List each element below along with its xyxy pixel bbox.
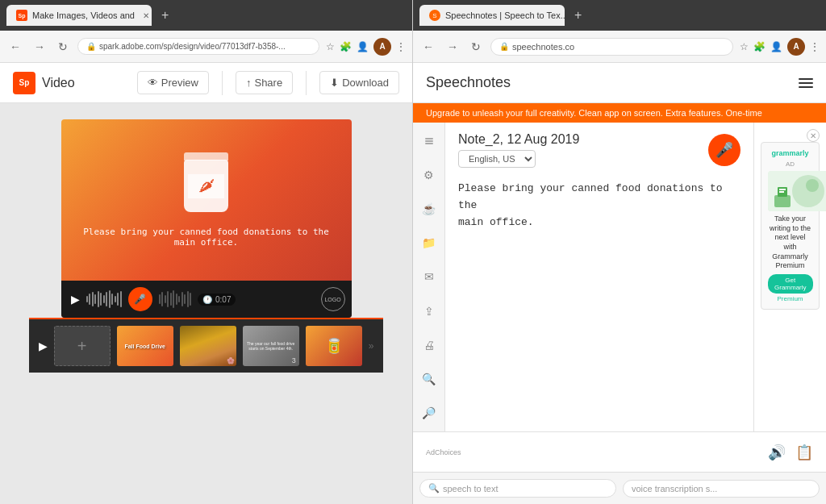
filmstrip-slide-1[interactable]: Fall Food Drive bbox=[117, 326, 173, 366]
share-icon[interactable]: ⇪ bbox=[417, 301, 441, 322]
right-back-button[interactable]: ← bbox=[419, 39, 437, 55]
wave-bar bbox=[181, 292, 183, 306]
microphone-button[interactable]: 🎤 bbox=[708, 134, 740, 166]
hamburger-line1 bbox=[799, 78, 813, 80]
grammarly-logo: grammarly bbox=[768, 149, 812, 157]
filmstrip-add-slide[interactable]: + bbox=[54, 326, 111, 366]
svg-point-4 bbox=[792, 175, 824, 207]
zoom-out-icon[interactable]: 🔎 bbox=[417, 402, 441, 423]
wave-bar bbox=[92, 292, 94, 306]
slide2-content: 🌸 bbox=[180, 326, 236, 366]
folder-icon[interactable]: 📁 bbox=[417, 232, 441, 253]
logo-text: LOGO bbox=[324, 297, 340, 302]
left-tab-close-icon[interactable]: ✕ bbox=[143, 11, 149, 20]
settings-icon[interactable]: ⚙ bbox=[417, 165, 441, 185]
filmstrip-slide-2[interactable]: 🌸 bbox=[180, 326, 236, 366]
filmstrip-slide-3[interactable]: The year our fall food drive starts on S… bbox=[243, 326, 299, 366]
svg-rect-2 bbox=[425, 143, 433, 144]
print-icon[interactable]: 🖨 bbox=[417, 335, 441, 356]
video-content-area: 🌶 Please bring your canned food donation… bbox=[61, 119, 352, 281]
profile-avatar-right[interactable]: A bbox=[787, 38, 805, 56]
video-play-button[interactable]: ▶ bbox=[71, 293, 80, 306]
wave-bar bbox=[173, 290, 174, 308]
left-address-bar: ← → ↻ 🔒 spark.adobe.com/sp/design/video/… bbox=[0, 31, 412, 63]
right-tab-bar: S Speechnotes | Speech to Tex... ✕ + bbox=[413, 0, 826, 31]
left-active-tab[interactable]: Sp Make Images, Videos and ✕ bbox=[6, 5, 152, 26]
right-extension-icon2[interactable]: 👤 bbox=[770, 41, 782, 52]
svg-rect-7 bbox=[779, 189, 786, 190]
wave-bar bbox=[184, 294, 186, 304]
right-reload-button[interactable]: ↻ bbox=[468, 39, 484, 55]
extension-icon[interactable]: 🧩 bbox=[340, 41, 352, 52]
spark-logo: Sp Video bbox=[13, 72, 75, 94]
menu-icon-left[interactable]: ⋮ bbox=[396, 41, 406, 52]
wave-bar bbox=[190, 293, 191, 306]
chili-icon: 🌶 bbox=[198, 177, 215, 195]
menu-icon-right[interactable]: ⋮ bbox=[810, 41, 820, 52]
speech-footer: AdChoices 🔊 📋 bbox=[413, 431, 826, 472]
left-forward-button[interactable]: → bbox=[31, 39, 48, 55]
right-forward-button[interactable]: → bbox=[444, 39, 461, 55]
search-box[interactable]: 🔍 speech to text bbox=[419, 479, 616, 498]
share-button[interactable]: ↑ Share bbox=[236, 71, 293, 94]
left-url-text: spark.adobe.com/sp/design/video/77013df7… bbox=[99, 42, 286, 51]
ad-close-button[interactable]: ✕ bbox=[807, 129, 820, 142]
left-address-input[interactable]: 🔒 spark.adobe.com/sp/design/video/77013d… bbox=[77, 38, 319, 55]
grammarly-premium-label: Premium bbox=[768, 295, 812, 302]
speechnotes-app: Speechnotes Upgrade to unleash your full… bbox=[413, 63, 826, 504]
right-browser-panel: S Speechnotes | Speech to Tex... ✕ + ← →… bbox=[413, 0, 826, 504]
sp-logo-icon: Sp bbox=[13, 72, 35, 94]
right-bookmark-icon[interactable]: ☆ bbox=[740, 41, 749, 52]
promo-banner[interactable]: Upgrade to unleash your full creativity.… bbox=[413, 103, 826, 123]
hamburger-menu-button[interactable] bbox=[799, 78, 813, 88]
profile-avatar-left[interactable]: A bbox=[373, 38, 391, 56]
copy-icon[interactable]: ☕ bbox=[417, 198, 441, 219]
bookmark-icon[interactable]: ☆ bbox=[326, 41, 335, 52]
video-mic-button[interactable]: 🎤 bbox=[128, 287, 152, 311]
spark-nav: 👁 Preview ↑ Share ⬇ Download bbox=[137, 71, 399, 95]
svg-rect-5 bbox=[774, 195, 791, 207]
left-browser-panel: Sp Make Images, Videos and ✕ + ← → ↻ 🔒 s… bbox=[0, 0, 413, 504]
volume-icon[interactable]: 🔊 bbox=[768, 444, 786, 461]
filmstrip: ▶ + Fall Food Drive 🌸 bbox=[29, 318, 384, 373]
note-header: Note_2, 12 Aug 2019 English, US 🎤 bbox=[445, 123, 753, 174]
drag-handle-icon[interactable] bbox=[417, 131, 441, 152]
right-extension-icon[interactable]: 🧩 bbox=[753, 41, 766, 52]
download-button[interactable]: ⬇ Download bbox=[319, 71, 399, 94]
nav-divider1 bbox=[222, 71, 223, 95]
email-icon[interactable]: ✉ bbox=[417, 266, 441, 287]
filmstrip-play-button[interactable]: ▶ bbox=[39, 339, 48, 352]
filmstrip-more-icon[interactable]: » bbox=[369, 340, 374, 352]
preview-button[interactable]: 👁 Preview bbox=[137, 71, 209, 94]
zoom-in-icon[interactable]: 🔍 bbox=[417, 369, 441, 389]
left-reload-button[interactable]: ↻ bbox=[55, 39, 71, 55]
svg-rect-0 bbox=[425, 138, 433, 140]
copy-text-icon[interactable]: 📋 bbox=[795, 444, 813, 461]
wave-bar bbox=[98, 291, 99, 307]
slide2-decoration: 🌸 bbox=[227, 357, 235, 364]
ad-label: AD bbox=[768, 160, 812, 168]
filmstrip-slide-4[interactable]: 🥫 bbox=[306, 326, 362, 366]
waveform-display-2 bbox=[159, 290, 192, 308]
note-body[interactable]: Please bring your canned food donations … bbox=[445, 174, 753, 431]
right-toolbar-icons: ☆ 🧩 👤 A ⋮ bbox=[740, 38, 820, 56]
can-illustration: 🌶 bbox=[178, 152, 235, 217]
left-back-button[interactable]: ← bbox=[6, 39, 24, 55]
video-player[interactable]: 🌶 Please bring your canned food donation… bbox=[61, 119, 352, 318]
speechnotes-sidebar: ⚙ ☕ 📁 ✉ ⇪ 🖨 🔍 🔎 bbox=[413, 123, 445, 431]
slide1-label: Fall Food Drive bbox=[124, 344, 165, 349]
extension-icon2[interactable]: 👤 bbox=[357, 41, 369, 52]
left-tab-bar: Sp Make Images, Videos and ✕ + bbox=[0, 0, 412, 31]
right-active-tab[interactable]: S Speechnotes | Speech to Tex... ✕ bbox=[419, 5, 565, 26]
get-grammarly-button[interactable]: Get Grammarly bbox=[768, 274, 813, 294]
left-new-tab-button[interactable]: + bbox=[155, 5, 175, 26]
language-selector[interactable]: English, US bbox=[458, 150, 536, 168]
right-new-tab-button[interactable]: + bbox=[568, 5, 588, 26]
ad-choices-label: AdChoices bbox=[426, 448, 461, 456]
right-address-input[interactable]: 🔒 speechnotes.co bbox=[490, 38, 733, 56]
slide3-text: The year our fall food drive starts on S… bbox=[245, 341, 297, 352]
voice-transcription-box[interactable]: voice transcription s... bbox=[623, 480, 820, 498]
logo-watermark: LOGO bbox=[321, 287, 345, 311]
wave-bar bbox=[165, 295, 166, 303]
right-tab-label: Speechnotes | Speech to Tex... bbox=[445, 10, 565, 20]
